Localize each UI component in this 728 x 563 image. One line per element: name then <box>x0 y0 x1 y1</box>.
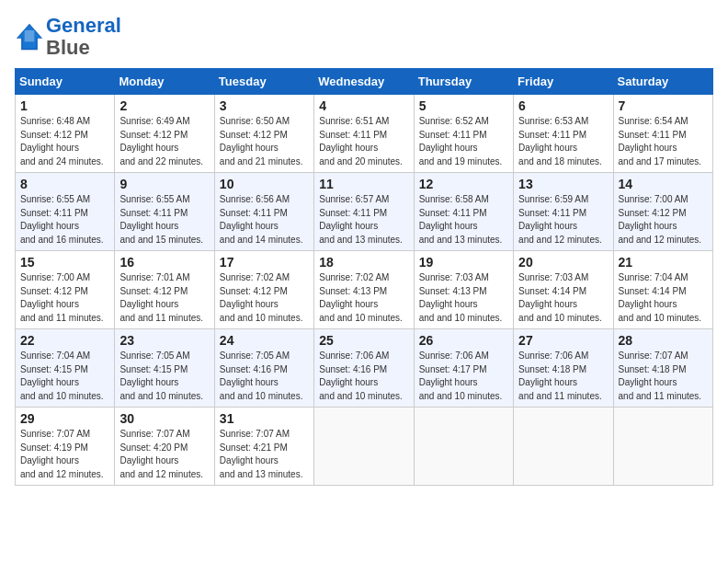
day-info: Sunrise: 6:49 AMSunset: 4:12 PMDaylight … <box>119 115 209 168</box>
day-info: Sunrise: 6:55 AMSunset: 4:11 PMDaylight … <box>20 193 109 247</box>
calendar-cell: 9Sunrise: 6:55 AMSunset: 4:11 PMDaylight… <box>115 173 214 251</box>
calendar-cell <box>314 408 414 486</box>
day-info: Sunrise: 7:07 AMSunset: 4:21 PMDaylight … <box>220 428 309 481</box>
calendar-cell <box>414 408 513 486</box>
day-info: Sunrise: 6:59 AMSunset: 4:11 PMDaylight … <box>518 193 608 247</box>
day-info: Sunrise: 7:06 AMSunset: 4:17 PMDaylight … <box>419 350 508 403</box>
day-info: Sunrise: 7:05 AMSunset: 4:15 PMDaylight … <box>119 350 209 403</box>
calendar-cell: 3Sunrise: 6:50 AMSunset: 4:12 PMDaylight… <box>214 95 313 173</box>
calendar-week-row: 8Sunrise: 6:55 AMSunset: 4:11 PMDaylight… <box>16 173 713 251</box>
day-number: 18 <box>319 255 408 270</box>
calendar-header-thursday: Thursday <box>414 69 513 95</box>
day-number: 17 <box>220 255 309 270</box>
calendar-cell: 23Sunrise: 7:05 AMSunset: 4:15 PMDayligh… <box>115 329 214 408</box>
calendar-cell: 25Sunrise: 7:06 AMSunset: 4:16 PMDayligh… <box>314 329 414 408</box>
calendar-cell: 18Sunrise: 7:02 AMSunset: 4:13 PMDayligh… <box>314 251 414 329</box>
day-info: Sunrise: 7:02 AMSunset: 4:12 PMDaylight … <box>220 271 309 325</box>
calendar-cell: 19Sunrise: 7:03 AMSunset: 4:13 PMDayligh… <box>414 251 513 329</box>
day-info: Sunrise: 6:57 AMSunset: 4:11 PMDaylight … <box>319 193 408 247</box>
day-info: Sunrise: 6:55 AMSunset: 4:11 PMDaylight … <box>119 193 209 247</box>
day-number: 8 <box>20 177 109 191</box>
calendar-cell: 11Sunrise: 6:57 AMSunset: 4:11 PMDayligh… <box>314 173 414 251</box>
day-info: Sunrise: 6:58 AMSunset: 4:11 PMDaylight … <box>419 193 508 247</box>
day-info: Sunrise: 6:56 AMSunset: 4:11 PMDaylight … <box>220 193 309 247</box>
day-info: Sunrise: 7:04 AMSunset: 4:14 PMDaylight … <box>619 271 708 325</box>
calendar-cell: 8Sunrise: 6:55 AMSunset: 4:11 PMDaylight… <box>16 173 115 251</box>
calendar-cell: 17Sunrise: 7:02 AMSunset: 4:12 PMDayligh… <box>214 251 313 329</box>
day-number: 1 <box>20 98 109 113</box>
calendar-header-tuesday: Tuesday <box>214 69 313 95</box>
day-info: Sunrise: 6:48 AMSunset: 4:12 PMDaylight … <box>20 115 109 168</box>
calendar-cell: 2Sunrise: 6:49 AMSunset: 4:12 PMDaylight… <box>115 95 214 173</box>
calendar-cell: 15Sunrise: 7:00 AMSunset: 4:12 PMDayligh… <box>16 251 115 329</box>
day-info: Sunrise: 7:00 AMSunset: 4:12 PMDaylight … <box>619 193 708 247</box>
day-number: 4 <box>319 98 408 113</box>
day-info: Sunrise: 6:52 AMSunset: 4:11 PMDaylight … <box>419 115 508 168</box>
calendar-cell: 24Sunrise: 7:05 AMSunset: 4:16 PMDayligh… <box>214 329 313 408</box>
day-info: Sunrise: 7:02 AMSunset: 4:13 PMDaylight … <box>319 271 408 325</box>
calendar-cell: 27Sunrise: 7:06 AMSunset: 4:18 PMDayligh… <box>514 329 613 408</box>
day-number: 2 <box>119 98 209 113</box>
day-info: Sunrise: 6:54 AMSunset: 4:11 PMDaylight … <box>619 115 708 168</box>
calendar-cell: 6Sunrise: 6:53 AMSunset: 4:11 PMDaylight… <box>514 95 613 173</box>
day-number: 23 <box>119 333 209 348</box>
page-header: General Blue <box>15 15 713 59</box>
day-info: Sunrise: 7:01 AMSunset: 4:12 PMDaylight … <box>119 271 209 325</box>
calendar-table: SundayMondayTuesdayWednesdayThursdayFrid… <box>15 68 713 486</box>
day-number: 6 <box>518 98 608 113</box>
calendar-cell: 10Sunrise: 6:56 AMSunset: 4:11 PMDayligh… <box>214 173 313 251</box>
day-number: 7 <box>619 98 708 113</box>
logo-icon <box>15 22 44 52</box>
day-number: 31 <box>220 411 309 426</box>
calendar-cell <box>514 408 613 486</box>
day-number: 28 <box>619 333 708 348</box>
day-number: 13 <box>518 177 608 191</box>
svg-rect-2 <box>25 30 35 41</box>
calendar-cell: 21Sunrise: 7:04 AMSunset: 4:14 PMDayligh… <box>613 251 712 329</box>
day-info: Sunrise: 7:07 AMSunset: 4:19 PMDaylight … <box>20 428 109 481</box>
calendar-cell: 1Sunrise: 6:48 AMSunset: 4:12 PMDaylight… <box>16 95 115 173</box>
calendar-body: 1Sunrise: 6:48 AMSunset: 4:12 PMDaylight… <box>16 95 713 486</box>
day-number: 15 <box>20 255 109 270</box>
calendar-header-saturday: Saturday <box>613 69 712 95</box>
logo-text: General Blue <box>46 15 121 59</box>
day-info: Sunrise: 6:53 AMSunset: 4:11 PMDaylight … <box>518 115 608 168</box>
day-number: 30 <box>119 411 209 426</box>
calendar-header-friday: Friday <box>514 69 613 95</box>
day-info: Sunrise: 7:07 AMSunset: 4:18 PMDaylight … <box>619 350 708 403</box>
calendar-header-row: SundayMondayTuesdayWednesdayThursdayFrid… <box>16 69 713 95</box>
day-info: Sunrise: 7:03 AMSunset: 4:13 PMDaylight … <box>419 271 508 325</box>
calendar-week-row: 15Sunrise: 7:00 AMSunset: 4:12 PMDayligh… <box>16 251 713 329</box>
day-number: 24 <box>220 333 309 348</box>
day-number: 27 <box>518 333 608 348</box>
day-info: Sunrise: 6:51 AMSunset: 4:11 PMDaylight … <box>319 115 408 168</box>
calendar-header-sunday: Sunday <box>16 69 115 95</box>
day-info: Sunrise: 7:06 AMSunset: 4:18 PMDaylight … <box>518 350 608 403</box>
calendar-cell: 30Sunrise: 7:07 AMSunset: 4:20 PMDayligh… <box>115 408 214 486</box>
calendar-cell: 4Sunrise: 6:51 AMSunset: 4:11 PMDaylight… <box>314 95 414 173</box>
calendar-cell <box>613 408 712 486</box>
calendar-cell: 20Sunrise: 7:03 AMSunset: 4:14 PMDayligh… <box>514 251 613 329</box>
calendar-week-row: 1Sunrise: 6:48 AMSunset: 4:12 PMDaylight… <box>16 95 713 173</box>
day-info: Sunrise: 6:50 AMSunset: 4:12 PMDaylight … <box>220 115 309 168</box>
logo: General Blue <box>15 15 121 59</box>
calendar-cell: 28Sunrise: 7:07 AMSunset: 4:18 PMDayligh… <box>613 329 712 408</box>
calendar-cell: 14Sunrise: 7:00 AMSunset: 4:12 PMDayligh… <box>613 173 712 251</box>
day-number: 16 <box>119 255 209 270</box>
day-number: 21 <box>619 255 708 270</box>
calendar-cell: 16Sunrise: 7:01 AMSunset: 4:12 PMDayligh… <box>115 251 214 329</box>
calendar-header-wednesday: Wednesday <box>314 69 414 95</box>
day-number: 5 <box>419 98 508 113</box>
calendar-week-row: 29Sunrise: 7:07 AMSunset: 4:19 PMDayligh… <box>16 408 713 486</box>
day-number: 12 <box>419 177 508 191</box>
calendar-cell: 7Sunrise: 6:54 AMSunset: 4:11 PMDaylight… <box>613 95 712 173</box>
day-number: 14 <box>619 177 708 191</box>
day-info: Sunrise: 7:06 AMSunset: 4:16 PMDaylight … <box>319 350 408 403</box>
day-number: 20 <box>518 255 608 270</box>
day-number: 19 <box>419 255 508 270</box>
calendar-header-monday: Monday <box>115 69 214 95</box>
day-info: Sunrise: 7:03 AMSunset: 4:14 PMDaylight … <box>518 271 608 325</box>
day-number: 9 <box>119 177 209 191</box>
calendar-cell: 5Sunrise: 6:52 AMSunset: 4:11 PMDaylight… <box>414 95 513 173</box>
calendar-cell: 12Sunrise: 6:58 AMSunset: 4:11 PMDayligh… <box>414 173 513 251</box>
